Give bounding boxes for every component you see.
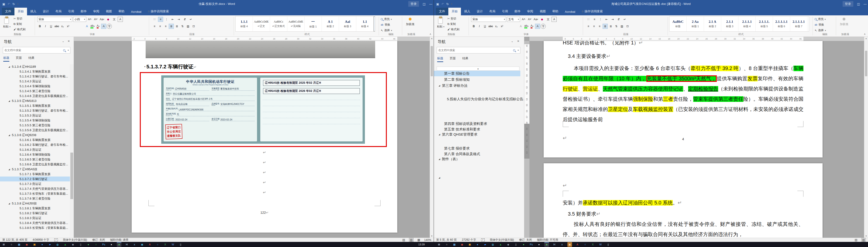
expand-icon[interactable]: ◢ [8, 202, 10, 205]
ribbon-tab-插入[interactable]: 插入 [27, 8, 40, 15]
photoshop-icon[interactable]: Ps [529, 242, 534, 247]
find-button[interactable]: 查找▾ [815, 17, 826, 21]
language-indicator[interactable]: 简体中文(中国大陆) [63, 238, 87, 242]
underline-icon[interactable]: U [482, 24, 488, 29]
signin-button[interactable]: 登录 [843, 1, 853, 7]
ribbon-tab-设计[interactable]: 设计 [40, 8, 52, 15]
text-effects-icon[interactable]: A [518, 24, 523, 29]
horizontal-ruler[interactable]: 8642246810121416182022242628303234363840… [529, 37, 864, 41]
shading-icon[interactable]: ▨ [185, 24, 191, 29]
vertical-scrollbar[interactable]: ▲ ▼ [430, 37, 434, 238]
replace-button[interactable]: ab替换 [815, 23, 826, 27]
italic-icon[interactable]: I [43, 24, 48, 29]
shrink-font-icon[interactable]: A˅ [93, 17, 98, 22]
nav-item[interactable]: 第二章 投标须知 [434, 77, 520, 82]
nav-item[interactable]: 5.1.3.5.6 卫星定位及车载视频监控... [0, 128, 70, 133]
chrome-icon[interactable]: ◉ [25, 242, 29, 247]
save-icon[interactable]: ▣ [436, 2, 439, 6]
justify-icon[interactable]: ≣ [169, 24, 174, 29]
bullets-icon[interactable]: ∷ [586, 17, 591, 22]
photoshop-icon[interactable]: Ps [101, 242, 106, 247]
taskbar-clock[interactable]: 13:39 [418, 242, 425, 247]
ribbon-tab-操作说明搜索[interactable]: ◌操作说明搜索 [579, 8, 606, 15]
docs-icon[interactable]: ▰ [483, 242, 488, 247]
nav-item[interactable]: 5.1.3.6.4 车辆强制保险 [0, 152, 70, 157]
nav-item[interactable]: 5.1.3.7.4 天然气管束提供压力容器... [0, 186, 70, 191]
qat-caret-icon[interactable]: ▾ [451, 3, 452, 5]
change-case-icon[interactable]: Aa▾ [533, 17, 538, 22]
paste-button[interactable]: 粘贴 ▾ [1, 16, 12, 33]
nav-item[interactable]: 第五章 技术标准和要求 [434, 127, 520, 132]
nav-tab-标题[interactable]: 标题 [3, 56, 9, 62]
nav-item[interactable]: 5.1.3.7.2 车辆行驶证 [0, 177, 70, 181]
files-icon[interactable]: ▯ [514, 242, 518, 247]
qqbrowser-icon[interactable]: ○ [583, 242, 587, 247]
nav-tab-页面[interactable]: 页面 [16, 56, 22, 62]
nav-chevron-icon[interactable]: ⌄ [62, 39, 64, 43]
numbering-icon[interactable]: ≡ [592, 17, 597, 22]
indent-right-icon[interactable]: ⇥ [610, 17, 615, 22]
word-count[interactable]: 27292 个字 [462, 238, 476, 242]
read-mode-button[interactable]: ▤ [854, 238, 858, 242]
nav-item[interactable]: 第七章 报价要求 [434, 146, 520, 151]
indent-left-icon[interactable]: ⇤ [604, 17, 609, 22]
collapse-ribbon-icon[interactable]: ∧ [430, 33, 431, 36]
enclose-char-icon[interactable]: 字 [540, 24, 546, 29]
photos-icon[interactable]: ▣ [32, 242, 37, 247]
nav-item[interactable]: ◢第六章 QHSE管理要求 [434, 132, 520, 137]
ribbon-tab-引用[interactable]: 引用 [65, 8, 78, 15]
nav-item[interactable]: ◢第三章 评标办法 [434, 83, 520, 89]
select-button[interactable]: ↖选择▾ [381, 28, 392, 32]
nav-item[interactable]: 5.1.3.6.6 卫星定位及车载视频监控... [0, 162, 70, 167]
chrome-icon[interactable]: ◉ [460, 242, 464, 247]
hi-app-icon[interactable]: H [552, 242, 557, 247]
superscript-icon[interactable]: x² [65, 24, 71, 29]
phonetic-icon[interactable]: 文 [112, 17, 117, 22]
multilevel-icon[interactable]: ⋮ [598, 17, 603, 22]
signin-button[interactable]: 登录 [408, 1, 419, 7]
nav-item[interactable]: 5.1.3.6.1 车辆购置发票 [0, 137, 70, 142]
document-page[interactable]: ▪ 5.1.3.7.2 车辆行驶证↵ 中华人民共和国机动车行驶证 Vehicle… [132, 41, 397, 233]
hi-app-icon[interactable]: H [124, 242, 129, 247]
font-name-combo[interactable]: 宋体▾ [471, 17, 506, 22]
bold-icon[interactable]: B [471, 24, 476, 29]
bullets-icon[interactable]: ∷ [152, 17, 157, 22]
sort-icon[interactable]: ⇵ [182, 17, 187, 22]
nav-item[interactable]: 5.1.3.8.1 车辆购置发票 [0, 206, 70, 211]
nav-item[interactable]: 5.1.3.8.4 天然气管束提供压力容器... [0, 220, 70, 225]
nav-close-icon[interactable]: ✕ [68, 39, 70, 43]
calculator-icon[interactable]: ▦ [17, 242, 22, 247]
nav-item[interactable]: 5.1.3.7.6 第三者责任险 [0, 196, 70, 201]
ribbon-tab-文件[interactable]: 文件 [436, 8, 448, 15]
underline-icon[interactable]: U [49, 24, 54, 29]
minimize-icon[interactable]: — [864, 2, 867, 6]
ribbon-tab-操作说明搜索[interactable]: ◌操作说明搜索 [145, 8, 172, 15]
word-doc-icon[interactable]: ◉ [567, 242, 572, 247]
photos-icon[interactable]: ▣ [467, 242, 472, 247]
word-icon[interactable]: W [170, 242, 175, 247]
notebook-icon[interactable]: ▯ [606, 242, 611, 247]
enclose-char-icon[interactable]: 字 [107, 24, 112, 29]
nav-item[interactable]: ◢5.1.3.5 辽HM1813 [0, 98, 70, 103]
font-size-combo[interactable]: 五号▾ [507, 17, 520, 22]
excel-icon[interactable]: X [163, 242, 167, 247]
select-button[interactable]: ↖选择▾ [815, 28, 826, 32]
nav-item[interactable]: 5.1.3.6.3 营运证 [0, 147, 70, 152]
redo-icon[interactable]: ↻ [446, 2, 449, 6]
nav-item[interactable]: 5.1.3.5.5 第三者责任险 [0, 123, 70, 128]
save-icon[interactable]: ▣ [2, 2, 5, 6]
ribbon-tab-帮助[interactable]: 帮助 [115, 8, 128, 15]
show-marks-icon[interactable]: ↵ [622, 17, 627, 22]
notebook-icon[interactable]: ▯ [178, 242, 183, 247]
ribbon-tab-布局[interactable]: 布局 [52, 8, 65, 15]
format-painter-button[interactable]: 🖌 格式刷 [13, 28, 25, 31]
vertical-ruler[interactable]: 45464748495051525354555657585960616263 [524, 41, 529, 238]
nav-item[interactable]: 5.1.3.8.5 长管拖车（管束车集装箱... [0, 225, 70, 230]
ribbon-options-icon[interactable]: ◫ [423, 2, 426, 6]
qat-caret-icon[interactable]: ▾ [17, 3, 19, 5]
align-right-icon[interactable]: ≡ [597, 24, 602, 29]
ribbon-tab-视图[interactable]: 视图 [102, 8, 115, 15]
wechat-icon[interactable]: ● [521, 242, 526, 247]
excel-icon[interactable]: X [590, 242, 595, 247]
find-button[interactable]: 查找▾ [381, 17, 392, 21]
